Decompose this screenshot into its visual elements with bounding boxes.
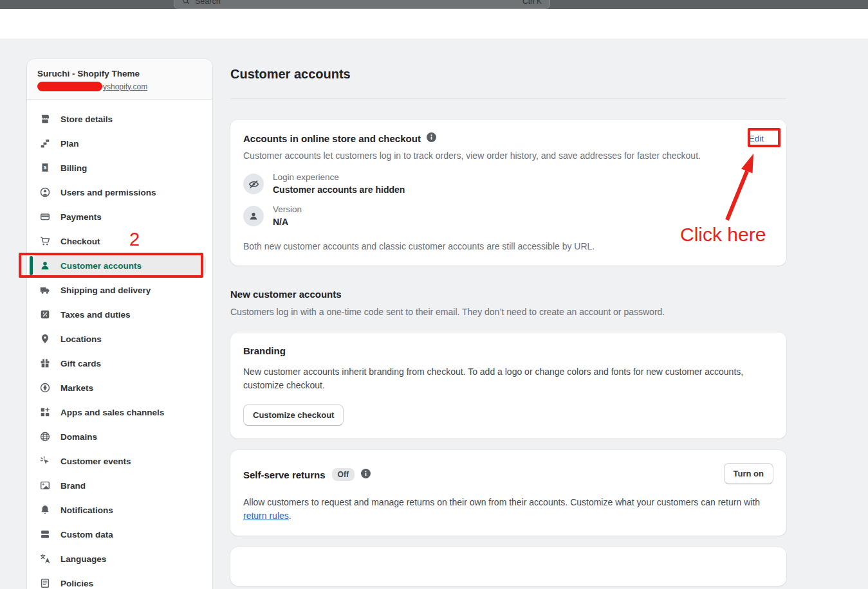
sidebar-item-store-details[interactable]: Store details bbox=[33, 107, 206, 131]
sidebar-item-languages[interactable]: Languages bbox=[33, 547, 206, 571]
sidebar-item-billing[interactable]: $Billing bbox=[33, 156, 206, 180]
plan-icon bbox=[39, 137, 51, 150]
sidebar-item-shipping-and-delivery[interactable]: Shipping and delivery bbox=[33, 278, 206, 302]
sidebar-item-plan[interactable]: Plan bbox=[33, 131, 206, 156]
login-experience-row: Login experience Customer accounts are h… bbox=[243, 172, 773, 196]
sidebar-item-label: Notifications bbox=[60, 505, 113, 515]
new-accounts-section-description: Customers log in with a one-time code se… bbox=[230, 305, 786, 318]
sidebar-item-label: Brand bbox=[60, 481, 86, 491]
settings-sidebar: Suruchi - Shopify Theme yshopify.com Sto… bbox=[27, 59, 212, 589]
info-icon[interactable] bbox=[361, 469, 371, 481]
gift-cards-icon bbox=[39, 357, 51, 370]
version-label: Version bbox=[273, 204, 302, 215]
notifications-icon bbox=[39, 503, 51, 516]
main-content: Customer accounts Accounts in online sto… bbox=[230, 59, 786, 586]
accounts-card-footnote: Both new customer accounts and classic c… bbox=[243, 240, 773, 253]
sidebar-item-domains[interactable]: Domains bbox=[33, 424, 206, 449]
edit-button[interactable]: Edit bbox=[749, 134, 773, 143]
locations-icon bbox=[39, 332, 51, 345]
sidebar-item-label: Checkout bbox=[60, 237, 100, 246]
users-and-permissions-icon bbox=[39, 186, 51, 199]
sidebar-item-label: Customer accounts bbox=[60, 261, 142, 271]
payments-icon bbox=[39, 210, 51, 223]
sidebar-item-notifications[interactable]: Notifications bbox=[33, 498, 206, 522]
store-domain-row: yshopify.com bbox=[37, 82, 202, 91]
sidebar-item-locations[interactable]: Locations bbox=[33, 327, 206, 351]
sidebar-item-payments[interactable]: Payments bbox=[33, 204, 206, 229]
branding-card-title: Branding bbox=[243, 345, 773, 356]
returns-description-period: . bbox=[289, 511, 291, 521]
partially-visible-card bbox=[230, 547, 786, 586]
sidebar-item-markets[interactable]: Markets bbox=[33, 376, 206, 400]
store-name: Suruchi - Shopify Theme bbox=[37, 69, 202, 78]
new-accounts-section-title: New customer accounts bbox=[230, 289, 786, 300]
sidebar-item-label: Shipping and delivery bbox=[60, 285, 151, 295]
sidebar-item-label: Users and permissions bbox=[60, 188, 156, 197]
login-experience-label: Login experience bbox=[273, 172, 405, 183]
login-experience-value: Customer accounts are hidden bbox=[273, 184, 405, 196]
shipping-and-delivery-icon bbox=[39, 284, 51, 296]
sidebar-item-label: Customer events bbox=[60, 457, 131, 466]
sidebar-item-customer-events[interactable]: Customer events bbox=[33, 449, 206, 473]
returns-description-text: Allow customers to request and manage re… bbox=[243, 497, 760, 507]
customize-checkout-button[interactable]: Customize checkout bbox=[243, 404, 344, 426]
customer-events-icon bbox=[39, 455, 51, 467]
sidebar-item-custom-data[interactable]: Custom data bbox=[33, 522, 206, 547]
self-serve-returns-card: Self-serve returns Off Turn on Allow cus… bbox=[230, 450, 786, 536]
sidebar-item-users-and-permissions[interactable]: Users and permissions bbox=[33, 180, 206, 204]
accounts-card-title: Accounts in online store and checkout bbox=[243, 133, 421, 144]
version-row: Version N/A bbox=[243, 204, 773, 228]
info-icon[interactable] bbox=[427, 132, 436, 145]
person-icon bbox=[243, 206, 264, 226]
sidebar-item-checkout[interactable]: Checkout bbox=[33, 229, 206, 253]
sidebar-item-label: Apps and sales channels bbox=[60, 408, 164, 417]
redaction-scribble bbox=[37, 82, 102, 91]
accounts-card-description: Customer accounts let customers log in t… bbox=[243, 149, 773, 162]
sidebar-item-brand[interactable]: Brand bbox=[33, 473, 206, 498]
search-icon bbox=[182, 0, 190, 7]
languages-icon bbox=[39, 552, 51, 565]
branding-card: Branding New customer accounts inherit b… bbox=[230, 332, 786, 439]
sidebar-item-label: Markets bbox=[60, 383, 93, 393]
store-domain-link[interactable]: yshopify.com bbox=[103, 82, 147, 91]
sidebar-item-label: Taxes and duties bbox=[60, 310, 131, 320]
return-rules-link[interactable]: return rules bbox=[243, 511, 289, 521]
accounts-card: Accounts in online store and checkout Ed… bbox=[230, 120, 786, 266]
eye-slash-icon bbox=[243, 174, 264, 194]
sidebar-item-label: Billing bbox=[60, 163, 87, 173]
billing-icon: $ bbox=[39, 161, 51, 174]
policies-icon bbox=[39, 577, 51, 589]
taxes-and-duties-icon bbox=[39, 308, 51, 321]
status-badge: Off bbox=[332, 468, 355, 481]
branding-card-description: New customer accounts inherit branding f… bbox=[243, 365, 773, 392]
sidebar-item-label: Gift cards bbox=[60, 359, 101, 368]
settings-nav: Store detailsPlan$BillingUsers and permi… bbox=[27, 100, 212, 589]
customer-accounts-icon bbox=[39, 259, 51, 272]
search-placeholder: Search bbox=[195, 0, 221, 6]
sidebar-item-policies[interactable]: Policies bbox=[33, 571, 206, 589]
returns-card-title: Self-serve returns bbox=[243, 469, 326, 480]
markets-icon bbox=[39, 381, 51, 394]
turn-on-button[interactable]: Turn on bbox=[724, 463, 773, 484]
sidebar-item-label: Payments bbox=[60, 212, 102, 222]
topbar: Search Ctrl K bbox=[0, 0, 868, 9]
svg-text:$: $ bbox=[44, 165, 47, 170]
title-divider bbox=[230, 98, 786, 99]
shopify-settings-screen: Search Ctrl K Suruchi - Shopify Theme ys… bbox=[0, 0, 868, 589]
sidebar-item-label: Languages bbox=[60, 554, 106, 564]
sidebar-item-apps-and-sales-channels[interactable]: Apps and sales channels bbox=[33, 400, 206, 424]
returns-card-description: Allow customers to request and manage re… bbox=[243, 496, 764, 523]
sidebar-item-taxes-and-duties[interactable]: Taxes and duties bbox=[33, 302, 206, 327]
sidebar-item-customer-accounts[interactable]: Customer accounts bbox=[33, 253, 206, 278]
store-details-icon bbox=[39, 113, 51, 125]
global-search-input[interactable]: Search Ctrl K bbox=[174, 0, 550, 9]
sidebar-item-label: Plan bbox=[60, 139, 79, 149]
sidebar-item-label: Locations bbox=[60, 334, 102, 344]
store-header: Suruchi - Shopify Theme yshopify.com bbox=[27, 59, 212, 100]
sidebar-item-gift-cards[interactable]: Gift cards bbox=[33, 351, 206, 376]
custom-data-icon bbox=[39, 528, 51, 541]
sidebar-item-label: Store details bbox=[60, 114, 113, 124]
brand-icon bbox=[39, 479, 51, 492]
sidebar-item-label: Domains bbox=[60, 432, 97, 442]
version-value: N/A bbox=[273, 216, 302, 228]
